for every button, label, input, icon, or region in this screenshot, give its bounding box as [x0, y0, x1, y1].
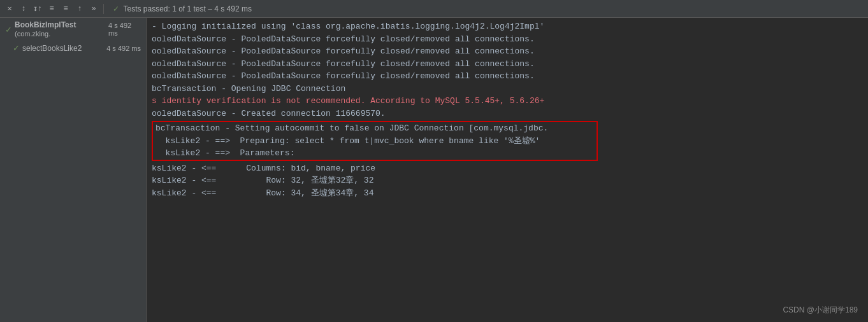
- sort-asc-icon[interactable]: ↧↑: [32, 3, 43, 15]
- log-line: ooledDataSource - Created connection 116…: [152, 108, 863, 120]
- status-check-icon: ✓: [113, 4, 119, 13]
- close-icon[interactable]: ✕: [4, 3, 15, 15]
- test-method-name: ✓ selectBooksLike2: [13, 43, 82, 53]
- test-class-item[interactable]: ✓ BookBizImplTest (com.zking. 4 s 492 ms: [0, 18, 146, 41]
- class-label: BookBizImplTest (com.zking.: [15, 20, 108, 38]
- log-line: ooledDataSource - PooledDataSource force…: [152, 33, 863, 46]
- align-right-icon[interactable]: ≡: [60, 3, 71, 15]
- test-status: ✓ Tests passed: 1 of 1 test – 4 s 492 ms: [113, 4, 252, 13]
- more-icon[interactable]: »: [88, 3, 99, 15]
- log-line: ksLike2 - <== Columns: bid, bname, price: [152, 162, 863, 175]
- up-icon[interactable]: ↑: [74, 3, 85, 15]
- boxed-log-line: bcTransaction - Setting autocommit to fa…: [153, 122, 597, 135]
- log-line-warning: s identity verification is not recommend…: [152, 95, 863, 108]
- test-results-panel: ✓ BookBizImplTest (com.zking. 4 s 492 ms…: [0, 18, 147, 322]
- test-method-item[interactable]: ✓ selectBooksLike2 4 s 492 ms: [0, 41, 146, 55]
- main-area: ✓ BookBizImplTest (com.zking. 4 s 492 ms…: [0, 18, 868, 322]
- log-line: ooledDataSource - PooledDataSource force…: [152, 58, 863, 71]
- boxed-log-section: bcTransaction - Setting autocommit to fa…: [152, 121, 598, 161]
- log-line: - Logging initialized using 'class org.a…: [152, 20, 863, 33]
- log-line: ooledDataSource - PooledDataSource force…: [152, 45, 863, 58]
- watermark: CSDN @小谢同学189: [783, 305, 858, 316]
- log-line: bcTransaction - Opening JDBC Connection: [152, 83, 863, 95]
- class-time: 4 s 492 ms: [108, 22, 141, 37]
- align-left-icon[interactable]: ≡: [46, 3, 57, 15]
- log-line: ksLike2 - <== Row: 34, 圣墟第34章, 34: [152, 187, 863, 200]
- method-time: 4 s 492 ms: [106, 45, 141, 52]
- pass-icon: ✓: [5, 25, 12, 34]
- console-panel[interactable]: - Logging initialized using 'class org.a…: [147, 18, 868, 322]
- boxed-log-line: ksLike2 - ==> Parameters:: [153, 147, 597, 160]
- boxed-log-line: ksLike2 - ==> Preparing: select * from t…: [153, 135, 597, 148]
- log-line: ksLike2 - <== Row: 32, 圣墟第32章, 32: [152, 174, 863, 187]
- method-label: selectBooksLike2: [22, 44, 82, 53]
- log-line: ooledDataSource - PooledDataSource force…: [152, 70, 863, 83]
- status-text: Tests passed: 1 of 1 test – 4 s 492 ms: [123, 4, 251, 13]
- test-class-name: ✓ BookBizImplTest (com.zking.: [5, 20, 108, 38]
- toolbar: ✕ ↕ ↧↑ ≡ ≡ ↑ » ✓ Tests passed: 1 of 1 te…: [0, 0, 868, 18]
- sort-icon[interactable]: ↕: [18, 3, 29, 15]
- method-pass-icon: ✓: [13, 43, 20, 53]
- separator: [103, 4, 104, 14]
